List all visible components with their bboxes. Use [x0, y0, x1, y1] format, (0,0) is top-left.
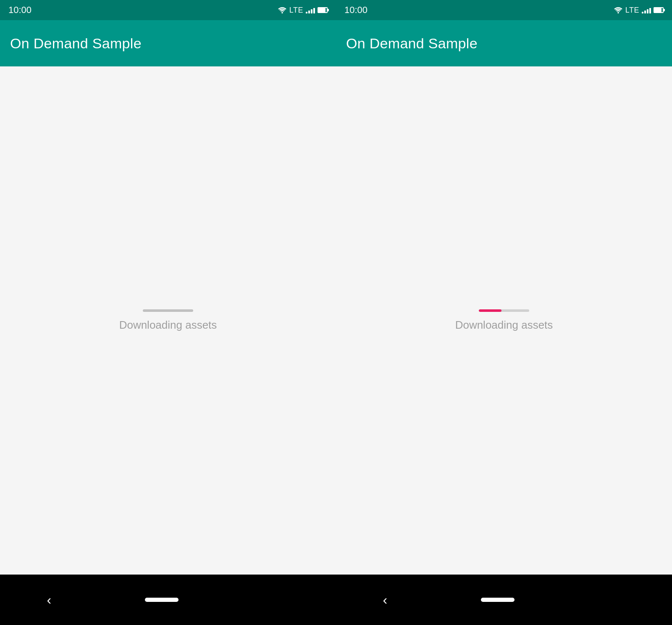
- svg-point-1: [617, 12, 619, 13]
- status-bar-left: 10:00 LTE: [0, 0, 336, 20]
- signal-bars-right: [642, 7, 651, 13]
- signal-bar-4: [313, 8, 315, 13]
- progress-fill-right: [479, 309, 501, 312]
- lte-label-left: LTE: [289, 6, 303, 15]
- battery-icon-right: [654, 7, 664, 13]
- svg-point-0: [281, 12, 283, 13]
- phone-screen-right: 10:00 LTE: [336, 0, 672, 625]
- status-bar-right: 10:00 LTE: [336, 0, 672, 20]
- signal-bar-r1: [642, 12, 643, 13]
- nav-bar-right: ‹: [336, 575, 672, 625]
- status-icons-right: LTE: [614, 6, 664, 15]
- app-bar-right: On Demand Sample: [336, 20, 672, 66]
- battery-icon-left: [318, 7, 328, 13]
- home-button-right[interactable]: [481, 598, 514, 602]
- home-pill-left: [145, 598, 178, 602]
- home-pill-right: [481, 598, 514, 602]
- loading-text-left: Downloading assets: [119, 319, 217, 332]
- battery-fill-right: [654, 8, 662, 12]
- loading-container-right: Downloading assets: [455, 309, 553, 332]
- wifi-icon-left: [278, 7, 287, 13]
- main-content-right: Downloading assets: [336, 66, 672, 575]
- signal-bars-left: [306, 7, 315, 13]
- battery-fill-left: [318, 8, 326, 12]
- nav-bar-left: ‹: [0, 575, 336, 625]
- back-button-left[interactable]: ‹: [47, 592, 52, 608]
- signal-bar-r4: [649, 8, 651, 13]
- home-button-left[interactable]: [145, 598, 178, 602]
- app-bar-left: On Demand Sample: [0, 20, 336, 66]
- signal-bar-r2: [644, 11, 646, 13]
- main-content-left: Downloading assets: [0, 66, 336, 575]
- phone-screen-left: 10:00 LTE: [0, 0, 336, 625]
- progress-track-left: [143, 309, 193, 312]
- progress-fill-left: [143, 309, 193, 312]
- signal-bar-1: [306, 12, 307, 13]
- app-bar-title-right: On Demand Sample: [346, 35, 478, 52]
- progress-track-right: [479, 309, 529, 312]
- loading-container-left: Downloading assets: [119, 309, 217, 332]
- lte-label-right: LTE: [625, 6, 639, 15]
- wifi-icon-right: [614, 7, 623, 13]
- back-chevron-left: ‹: [47, 592, 52, 608]
- status-time-right: 10:00: [344, 5, 368, 16]
- status-time-left: 10:00: [8, 5, 32, 16]
- back-button-right[interactable]: ‹: [383, 592, 388, 608]
- loading-text-right: Downloading assets: [455, 319, 553, 332]
- app-bar-title-left: On Demand Sample: [10, 35, 142, 52]
- signal-bar-3: [311, 9, 312, 13]
- back-chevron-right: ‹: [383, 592, 388, 608]
- signal-bar-r3: [647, 9, 648, 13]
- status-icons-left: LTE: [278, 6, 328, 15]
- signal-bar-2: [308, 11, 310, 13]
